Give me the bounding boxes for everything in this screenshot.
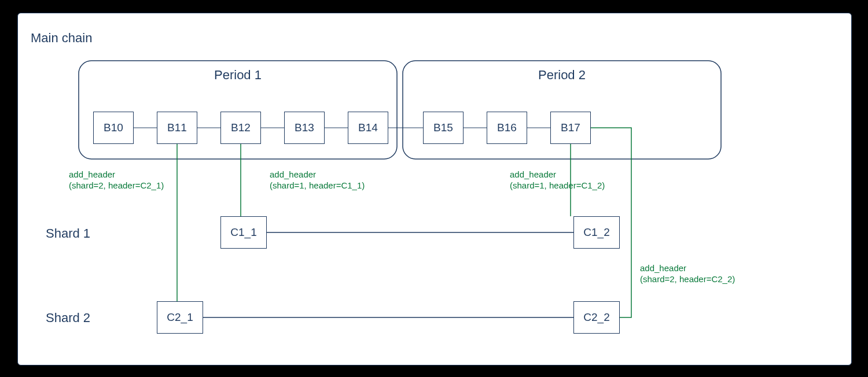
block-c2-1: C2_1 [157,301,203,334]
edge-label-c1-2: add_header (shard=1, header=C1_2) [510,169,605,191]
shard1-label: Shard 1 [46,226,90,241]
edge-label-line: (shard=2, header=C2_1) [69,180,164,190]
edge-label-line: add_header [270,169,316,179]
edge-label-c2-2: add_header (shard=2, header=C2_2) [640,263,735,285]
edge-label-line: add_header [510,169,556,179]
block-b14: B14 [348,112,388,144]
edge-label-line: add_header [640,263,686,273]
edge-label-line: add_header [69,169,115,179]
block-b12: B12 [220,112,261,144]
edge-label-c2-1: add_header (shard=2, header=C2_1) [69,169,164,191]
block-b16: B16 [487,112,527,144]
block-b11: B11 [157,112,197,144]
edge-label-line: (shard=1, header=C1_1) [270,180,365,190]
shard2-label: Shard 2 [46,311,90,326]
main-chain-label: Main chain [31,31,92,46]
block-b17: B17 [550,112,591,144]
diagram-frame: Main chain Shard 1 Shard 2 Period 1 Peri… [17,13,852,365]
period2-title: Period 2 [504,68,620,83]
edge-label-c1-1: add_header (shard=1, header=C1_1) [270,169,365,191]
block-c1-1: C1_1 [220,216,267,249]
block-c2-2: C2_2 [573,301,620,334]
period1-title: Period 1 [180,68,296,83]
block-b15: B15 [423,112,464,144]
block-b13: B13 [284,112,325,144]
block-c1-2: C1_2 [573,216,620,249]
edge-label-line: (shard=1, header=C1_2) [510,180,605,190]
block-b10: B10 [93,112,134,144]
edge-label-line: (shard=2, header=C2_2) [640,274,735,284]
